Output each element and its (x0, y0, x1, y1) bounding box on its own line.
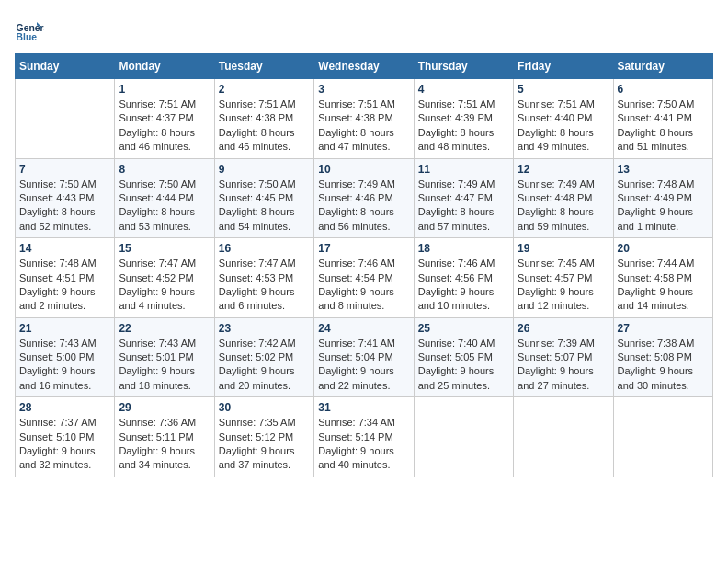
day-info: Sunrise: 7:51 AM Sunset: 4:39 PM Dayligh… (418, 98, 509, 155)
day-info: Sunrise: 7:49 AM Sunset: 4:47 PM Dayligh… (418, 178, 509, 235)
day-number: 18 (418, 242, 509, 255)
day-number: 20 (618, 242, 709, 255)
calendar-week-row: 28Sunrise: 7:37 AM Sunset: 5:10 PM Dayli… (16, 397, 713, 477)
calendar-cell: 3Sunrise: 7:51 AM Sunset: 4:38 PM Daylig… (314, 79, 414, 159)
day-info: Sunrise: 7:43 AM Sunset: 5:01 PM Dayligh… (119, 337, 210, 394)
day-info: Sunrise: 7:47 AM Sunset: 4:52 PM Dayligh… (119, 257, 210, 314)
day-number: 15 (119, 242, 210, 255)
day-number: 10 (318, 163, 409, 176)
day-info: Sunrise: 7:44 AM Sunset: 4:58 PM Dayligh… (618, 257, 709, 314)
day-info: Sunrise: 7:34 AM Sunset: 5:14 PM Dayligh… (318, 416, 409, 473)
day-number: 29 (119, 401, 210, 414)
weekday-header: Sunday (16, 54, 115, 79)
calendar-cell: 26Sunrise: 7:39 AM Sunset: 5:07 PM Dayli… (514, 317, 613, 397)
day-number: 7 (19, 163, 110, 176)
day-info: Sunrise: 7:50 AM Sunset: 4:45 PM Dayligh… (219, 178, 310, 235)
day-number: 19 (518, 242, 609, 255)
calendar-cell: 16Sunrise: 7:47 AM Sunset: 4:53 PM Dayli… (214, 238, 313, 318)
calendar-cell: 8Sunrise: 7:50 AM Sunset: 4:44 PM Daylig… (115, 158, 214, 238)
day-info: Sunrise: 7:49 AM Sunset: 4:46 PM Dayligh… (318, 178, 409, 235)
day-info: Sunrise: 7:45 AM Sunset: 4:57 PM Dayligh… (518, 257, 609, 314)
calendar-cell: 24Sunrise: 7:41 AM Sunset: 5:04 PM Dayli… (314, 317, 414, 397)
calendar-cell: 7Sunrise: 7:50 AM Sunset: 4:43 PM Daylig… (16, 158, 115, 238)
calendar-cell: 11Sunrise: 7:49 AM Sunset: 4:47 PM Dayli… (414, 158, 513, 238)
calendar-cell: 25Sunrise: 7:40 AM Sunset: 5:05 PM Dayli… (414, 317, 513, 397)
day-info: Sunrise: 7:47 AM Sunset: 4:53 PM Dayligh… (219, 257, 310, 314)
calendar-cell: 17Sunrise: 7:46 AM Sunset: 4:54 PM Dayli… (314, 238, 414, 318)
calendar-week-row: 7Sunrise: 7:50 AM Sunset: 4:43 PM Daylig… (16, 158, 713, 238)
day-info: Sunrise: 7:46 AM Sunset: 4:54 PM Dayligh… (318, 257, 409, 314)
svg-text:Blue: Blue (17, 32, 38, 42)
day-number: 25 (418, 322, 509, 335)
day-number: 21 (19, 322, 110, 335)
day-info: Sunrise: 7:48 AM Sunset: 4:49 PM Dayligh… (618, 178, 709, 235)
calendar-cell: 18Sunrise: 7:46 AM Sunset: 4:56 PM Dayli… (414, 238, 513, 318)
calendar-cell: 15Sunrise: 7:47 AM Sunset: 4:52 PM Dayli… (115, 238, 214, 318)
calendar-cell: 10Sunrise: 7:49 AM Sunset: 4:46 PM Dayli… (314, 158, 414, 238)
page-header: General Blue (15, 15, 713, 44)
calendar-cell (514, 397, 613, 477)
day-number: 5 (518, 83, 609, 96)
weekday-header: Monday (115, 54, 214, 79)
calendar-cell (414, 397, 513, 477)
day-info: Sunrise: 7:51 AM Sunset: 4:38 PM Dayligh… (318, 98, 409, 155)
day-info: Sunrise: 7:50 AM Sunset: 4:41 PM Dayligh… (618, 98, 709, 155)
calendar-header: SundayMondayTuesdayWednesdayThursdayFrid… (16, 54, 713, 79)
calendar-cell: 1Sunrise: 7:51 AM Sunset: 4:37 PM Daylig… (115, 79, 214, 159)
calendar-cell: 28Sunrise: 7:37 AM Sunset: 5:10 PM Dayli… (16, 397, 115, 477)
day-info: Sunrise: 7:37 AM Sunset: 5:10 PM Dayligh… (19, 416, 110, 473)
day-info: Sunrise: 7:51 AM Sunset: 4:38 PM Dayligh… (219, 98, 310, 155)
calendar-cell (613, 397, 712, 477)
day-number: 8 (119, 163, 210, 176)
calendar-cell: 23Sunrise: 7:42 AM Sunset: 5:02 PM Dayli… (214, 317, 313, 397)
calendar-body: 1Sunrise: 7:51 AM Sunset: 4:37 PM Daylig… (16, 79, 713, 477)
day-number: 13 (618, 163, 709, 176)
day-number: 30 (219, 401, 310, 414)
weekday-header: Thursday (414, 54, 513, 79)
day-info: Sunrise: 7:50 AM Sunset: 4:44 PM Dayligh… (119, 178, 210, 235)
day-number: 27 (618, 322, 709, 335)
weekday-header: Saturday (613, 54, 712, 79)
calendar-cell: 31Sunrise: 7:34 AM Sunset: 5:14 PM Dayli… (314, 397, 414, 477)
day-info: Sunrise: 7:43 AM Sunset: 5:00 PM Dayligh… (19, 337, 110, 394)
day-info: Sunrise: 7:40 AM Sunset: 5:05 PM Dayligh… (418, 337, 509, 394)
calendar-cell: 29Sunrise: 7:36 AM Sunset: 5:11 PM Dayli… (115, 397, 214, 477)
calendar-cell: 21Sunrise: 7:43 AM Sunset: 5:00 PM Dayli… (16, 317, 115, 397)
day-number: 17 (318, 242, 409, 255)
day-info: Sunrise: 7:50 AM Sunset: 4:43 PM Dayligh… (19, 178, 110, 235)
day-info: Sunrise: 7:51 AM Sunset: 4:37 PM Dayligh… (119, 98, 210, 155)
calendar-week-row: 14Sunrise: 7:48 AM Sunset: 4:51 PM Dayli… (16, 238, 713, 318)
calendar-cell: 5Sunrise: 7:51 AM Sunset: 4:40 PM Daylig… (514, 79, 613, 159)
day-number: 31 (318, 401, 409, 414)
day-info: Sunrise: 7:46 AM Sunset: 4:56 PM Dayligh… (418, 257, 509, 314)
calendar-cell: 12Sunrise: 7:49 AM Sunset: 4:48 PM Dayli… (514, 158, 613, 238)
day-number: 14 (19, 242, 110, 255)
day-info: Sunrise: 7:38 AM Sunset: 5:08 PM Dayligh… (618, 337, 709, 394)
day-number: 3 (318, 83, 409, 96)
calendar-table: SundayMondayTuesdayWednesdayThursdayFrid… (15, 53, 713, 477)
calendar-cell: 4Sunrise: 7:51 AM Sunset: 4:39 PM Daylig… (414, 79, 513, 159)
svg-text:General: General (17, 23, 44, 33)
day-number: 11 (418, 163, 509, 176)
calendar-cell: 27Sunrise: 7:38 AM Sunset: 5:08 PM Dayli… (613, 317, 712, 397)
day-number: 16 (219, 242, 310, 255)
calendar-cell: 20Sunrise: 7:44 AM Sunset: 4:58 PM Dayli… (613, 238, 712, 318)
day-number: 12 (518, 163, 609, 176)
calendar-cell: 9Sunrise: 7:50 AM Sunset: 4:45 PM Daylig… (214, 158, 313, 238)
day-number: 23 (219, 322, 310, 335)
calendar-cell: 6Sunrise: 7:50 AM Sunset: 4:41 PM Daylig… (613, 79, 712, 159)
calendar-cell: 30Sunrise: 7:35 AM Sunset: 5:12 PM Dayli… (214, 397, 313, 477)
day-info: Sunrise: 7:42 AM Sunset: 5:02 PM Dayligh… (219, 337, 310, 394)
day-info: Sunrise: 7:35 AM Sunset: 5:12 PM Dayligh… (219, 416, 310, 473)
calendar-week-row: 1Sunrise: 7:51 AM Sunset: 4:37 PM Daylig… (16, 79, 713, 159)
logo-icon: General Blue (15, 15, 44, 44)
day-info: Sunrise: 7:48 AM Sunset: 4:51 PM Dayligh… (19, 257, 110, 314)
day-info: Sunrise: 7:41 AM Sunset: 5:04 PM Dayligh… (318, 337, 409, 394)
weekday-header: Friday (514, 54, 613, 79)
day-number: 28 (19, 401, 110, 414)
calendar-week-row: 21Sunrise: 7:43 AM Sunset: 5:00 PM Dayli… (16, 317, 713, 397)
weekday-header: Wednesday (314, 54, 414, 79)
day-number: 2 (219, 83, 310, 96)
logo: General Blue (15, 15, 48, 44)
day-number: 22 (119, 322, 210, 335)
